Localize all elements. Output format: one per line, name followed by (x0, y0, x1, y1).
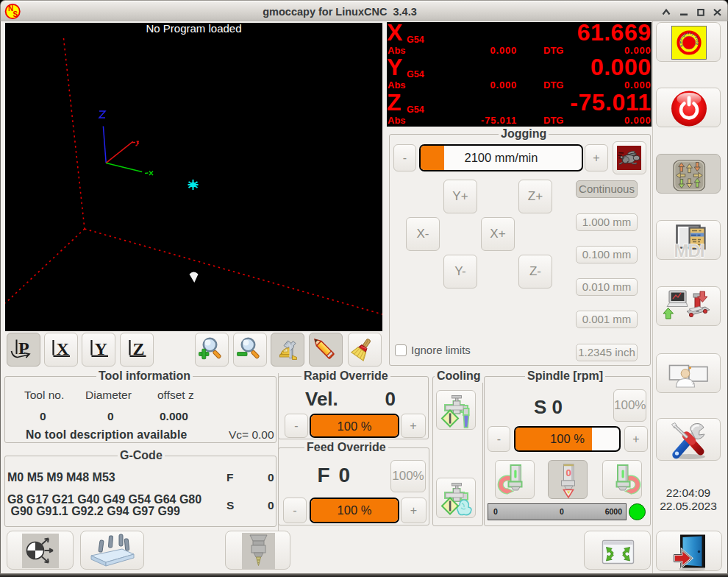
svg-text:S: S (13, 10, 18, 18)
svg-text:MDI: MDI (674, 241, 704, 261)
svg-text:Y: Y (95, 339, 107, 358)
svg-text:Z: Z (133, 339, 145, 358)
svg-text:X: X (57, 339, 70, 358)
svg-text:0: 0 (565, 467, 571, 478)
